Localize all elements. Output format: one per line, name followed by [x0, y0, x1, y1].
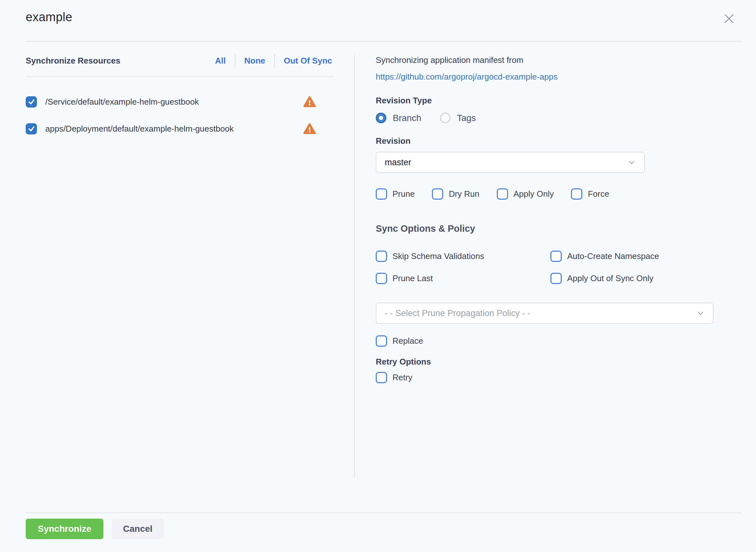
dry-run-checkbox[interactable] — [432, 188, 443, 199]
force-label[interactable]: Force — [588, 189, 609, 199]
manifest-source-label: Synchronizing application manifest from — [376, 54, 730, 65]
apply-out-of-sync-only-checkbox[interactable] — [550, 273, 562, 284]
skip-schema-validations-label[interactable]: Skip Schema Validations — [393, 251, 484, 261]
resources-header: Synchronize Resources All None Out Of Sy… — [26, 54, 334, 77]
prune-checkbox-row[interactable]: Prune — [376, 188, 415, 199]
radio-unselected-icon[interactable] — [440, 113, 451, 123]
auto-create-namespace-label[interactable]: Auto-Create Namespace — [567, 251, 659, 261]
apply-out-of-sync-only-row[interactable]: Apply Out of Sync Only — [550, 273, 730, 284]
dry-run-checkbox-row[interactable]: Dry Run — [432, 188, 479, 199]
warning-triangle-icon — [303, 123, 316, 135]
replace-checkbox[interactable] — [376, 335, 387, 347]
radio-branch[interactable]: Branch — [376, 113, 421, 123]
revision-type-label: Revision Type — [376, 96, 730, 106]
radio-tags-label[interactable]: Tags — [457, 113, 476, 123]
retry-options-heading: Retry Options — [376, 357, 730, 367]
revision-select[interactable]: master — [376, 152, 645, 173]
skip-schema-validations-row[interactable]: Skip Schema Validations — [376, 251, 550, 262]
prune-propagation-policy-placeholder: - - Select Prune Propagation Policy - - — [385, 308, 696, 318]
resource-filters: All None Out Of Sync — [213, 54, 334, 67]
prune-label[interactable]: Prune — [393, 189, 415, 199]
apply-only-checkbox-row[interactable]: Apply Only — [497, 188, 554, 199]
sync-options-heading: Sync Options & Policy — [376, 223, 730, 234]
force-checkbox[interactable] — [571, 188, 582, 199]
resource-row[interactable]: apps/Deployment/default/example-helm-gue… — [26, 123, 334, 135]
resource-checkbox-checked[interactable] — [26, 96, 37, 108]
prune-last-row[interactable]: Prune Last — [376, 273, 550, 284]
dry-run-label[interactable]: Dry Run — [449, 189, 479, 199]
warning-triangle-icon — [303, 96, 316, 108]
resources-header-label: Synchronize Resources — [26, 56, 120, 66]
filter-out-of-sync[interactable]: Out Of Sync — [282, 56, 334, 66]
retry-checkbox[interactable] — [376, 372, 387, 383]
footer-divider — [26, 513, 742, 513]
header-divider — [26, 41, 742, 42]
check-icon — [28, 98, 35, 105]
apply-only-checkbox[interactable] — [497, 188, 508, 199]
resource-label: /Service/default/example-helm-guestbook — [45, 97, 199, 107]
page-title: example — [26, 10, 72, 24]
resource-list: /Service/default/example-helm-guestbook … — [26, 96, 334, 135]
prune-last-checkbox[interactable] — [376, 273, 387, 284]
chevron-down-icon — [696, 309, 705, 317]
filter-none[interactable]: None — [242, 56, 267, 66]
filter-all[interactable]: All — [213, 56, 228, 66]
resource-label: apps/Deployment/default/example-helm-gue… — [45, 124, 234, 134]
force-checkbox-row[interactable]: Force — [571, 188, 609, 199]
resource-row[interactable]: /Service/default/example-helm-guestbook — [26, 96, 334, 108]
prune-propagation-policy-select[interactable]: - - Select Prune Propagation Policy - - — [376, 303, 714, 324]
synchronize-resources-panel: Synchronize Resources All None Out Of Sy… — [26, 54, 334, 150]
resource-checkbox-checked[interactable] — [26, 123, 37, 134]
check-icon — [28, 125, 35, 132]
skip-schema-validations-checkbox[interactable] — [376, 251, 387, 262]
manifest-source-link[interactable]: https://github.com/argoproj/argocd-examp… — [376, 71, 730, 83]
sync-flags: Prune Dry Run Apply Only Force — [376, 188, 730, 199]
revision-label: Revision — [376, 136, 730, 146]
retry-label[interactable]: Retry — [393, 373, 412, 383]
auto-create-namespace-checkbox[interactable] — [550, 251, 562, 262]
retry-checkbox-row[interactable]: Retry — [376, 372, 730, 383]
cancel-button[interactable]: Cancel — [112, 519, 164, 539]
sync-settings-panel: Synchronizing application manifest from … — [376, 54, 730, 383]
replace-label[interactable]: Replace — [393, 336, 423, 346]
prune-last-label[interactable]: Prune Last — [393, 273, 433, 283]
revision-type-options: Branch Tags — [376, 113, 730, 123]
apply-only-label[interactable]: Apply Only — [514, 189, 554, 199]
radio-selected-icon[interactable] — [376, 113, 386, 123]
panel-divider — [354, 55, 355, 478]
sync-options-grid: Skip Schema Validations Auto-Create Name… — [376, 251, 730, 284]
synchronize-button[interactable]: Synchronize — [26, 519, 103, 539]
close-icon[interactable] — [721, 11, 737, 26]
auto-create-namespace-row[interactable]: Auto-Create Namespace — [550, 251, 730, 262]
revision-select-value: master — [385, 158, 628, 167]
replace-checkbox-row[interactable]: Replace — [376, 335, 730, 347]
apply-out-of-sync-only-label[interactable]: Apply Out of Sync Only — [567, 273, 654, 283]
radio-branch-label[interactable]: Branch — [393, 113, 421, 123]
prune-checkbox[interactable] — [376, 188, 387, 199]
filter-divider — [235, 54, 235, 67]
radio-tags[interactable]: Tags — [440, 113, 476, 123]
chevron-down-icon — [628, 158, 636, 166]
filter-divider — [274, 54, 275, 67]
